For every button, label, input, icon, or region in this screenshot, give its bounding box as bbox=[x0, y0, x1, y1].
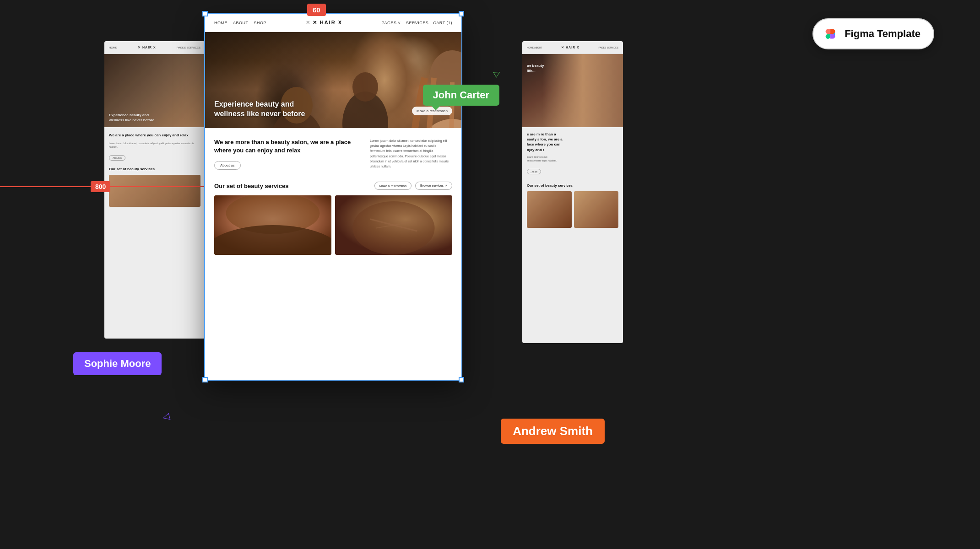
mf-about-title: We are more than a beauty salon, we are … bbox=[214, 138, 361, 155]
lf-section-title: We are a place where you can enjoy and r… bbox=[109, 133, 200, 138]
mf-services: Our set of beauty services Make a reserv… bbox=[205, 177, 461, 259]
mf-services-reservation-btn[interactable]: Make a reservation bbox=[374, 182, 412, 190]
frame-main: HOME ABOUT SHOP ✕ ✕ HAIR X PAGES ∨ SERVI… bbox=[205, 14, 461, 380]
mf-services-title: Our set of beauty services bbox=[214, 183, 289, 189]
rf-nav-links: HOME ABOUT bbox=[527, 46, 542, 49]
frame-left: HOME ✕ HAIR X PAGES SERVICES Experience … bbox=[104, 41, 205, 339]
svg-point-5 bbox=[352, 72, 378, 102]
rf-hero-text: ue beautylith... bbox=[527, 63, 544, 73]
service-card-svg-1 bbox=[214, 195, 331, 255]
rf-services-grid bbox=[527, 191, 618, 228]
rf-nav-right: PAGES SERVICES bbox=[599, 46, 618, 49]
lf-services-title: Our set of beauty services bbox=[109, 167, 200, 171]
logo-x: ✕ bbox=[306, 20, 311, 26]
lf-nav-right: PAGES SERVICES bbox=[177, 46, 200, 49]
nav-services[interactable]: SERVICES bbox=[406, 21, 428, 25]
lf-logo: ✕ HAIR X bbox=[138, 46, 156, 49]
mf-services-header: Our set of beauty services Make a reserv… bbox=[214, 182, 452, 190]
mf-nav-links: HOME ABOUT SHOP bbox=[214, 21, 266, 25]
mf-services-grid bbox=[214, 195, 452, 255]
mf-about: We are more than a beauty salon, we are … bbox=[205, 128, 461, 177]
canvas: 60 800 Figma Template HOME ✕ HAIR X PAGE… bbox=[0, 0, 980, 549]
mf-nav: HOME ABOUT SHOP ✕ ✕ HAIR X PAGES ∨ SERVI… bbox=[205, 14, 461, 32]
rf-about-title: e are m re than aeauty s lon, we are ala… bbox=[527, 132, 618, 152]
mf-services-btns: Make a reservation Browse services ↗ bbox=[374, 182, 452, 190]
mf-about-right: Lorem ipsum dolor sit amet, consectetur … bbox=[370, 138, 452, 170]
lf-nav-links: HOME bbox=[109, 46, 117, 49]
lf-nav: HOME ✕ HAIR X PAGES SERVICES bbox=[104, 41, 205, 54]
rf-content: e are m re than aeauty s lon, we are ala… bbox=[522, 127, 623, 232]
logo-text: ✕ HAIR X bbox=[313, 20, 342, 26]
nav-about[interactable]: ABOUT bbox=[233, 21, 249, 25]
nav-home[interactable]: HOME bbox=[214, 21, 227, 25]
rf-service-card-2 bbox=[574, 191, 619, 228]
lf-hero-text: Experience beauty andwellness like never… bbox=[109, 113, 154, 123]
rf-about-body: ipsum dolor sit ametaestas viverra turpi… bbox=[527, 155, 618, 162]
mf-nav-right: PAGES ∨ SERVICES CART (1) bbox=[382, 21, 452, 25]
mf-nav-logo: ✕ ✕ HAIR X bbox=[306, 20, 342, 26]
rf-hero: ue beautylith... bbox=[522, 54, 623, 127]
badge-sophie-moore: Sophie Moore bbox=[73, 352, 162, 375]
rf-logo: ✕ HAIR X bbox=[561, 46, 579, 49]
badge-john-carter: John Carter bbox=[423, 85, 499, 106]
mf-about-left: We are more than a beauty salon, we are … bbox=[214, 138, 361, 170]
mf-about-btn[interactable]: About us bbox=[214, 161, 241, 170]
figma-icon bbox=[823, 26, 839, 42]
figma-template-pill[interactable]: Figma Template bbox=[812, 18, 934, 49]
badge-andrew-smith: Andrew Smith bbox=[501, 419, 605, 444]
lf-body-text: Lorem ipsum dolor sit amet, consectetur … bbox=[109, 141, 200, 149]
rf-service-card-1 bbox=[527, 191, 572, 228]
badge-60: 60 bbox=[307, 4, 326, 16]
badge-800: 800 bbox=[91, 181, 110, 192]
svg-point-6 bbox=[416, 119, 461, 128]
nav-shop[interactable]: SHOP bbox=[254, 21, 267, 25]
rf-nav: HOME ABOUT ✕ HAIR X PAGES SERVICES bbox=[522, 41, 623, 54]
mf-hero: Experience beauty and wellness like neve… bbox=[205, 32, 461, 128]
rf-services-title: Our set of beauty services bbox=[527, 183, 618, 188]
mf-service-card-1 bbox=[214, 195, 331, 255]
nav-pages[interactable]: PAGES ∨ bbox=[382, 21, 401, 25]
service-card-svg-2 bbox=[335, 195, 452, 255]
rf-pointer-arrow: ◁ bbox=[492, 67, 502, 79]
lf-pointer-arrow: ◁ bbox=[161, 410, 171, 422]
mf-hero-text: Experience beauty and wellness like neve… bbox=[214, 100, 315, 119]
mf-services-browse-btn[interactable]: Browse services ↗ bbox=[415, 182, 452, 190]
lf-hero: Experience beauty andwellness like never… bbox=[104, 54, 205, 127]
svg-point-14 bbox=[352, 201, 434, 255]
rf-about-btn[interactable]: ...ut us bbox=[527, 169, 541, 174]
lf-service-img bbox=[109, 175, 200, 207]
frame-right: HOME ABOUT ✕ HAIR X PAGES SERVICES ue be… bbox=[522, 41, 623, 343]
mf-service-card-2 bbox=[335, 195, 452, 255]
lf-content: We are a place where you can enjoy and r… bbox=[104, 127, 205, 212]
figma-template-label: Figma Template bbox=[845, 28, 920, 40]
nav-cart[interactable]: CART (1) bbox=[433, 21, 452, 25]
lf-about-btn[interactable]: About us bbox=[109, 155, 125, 161]
